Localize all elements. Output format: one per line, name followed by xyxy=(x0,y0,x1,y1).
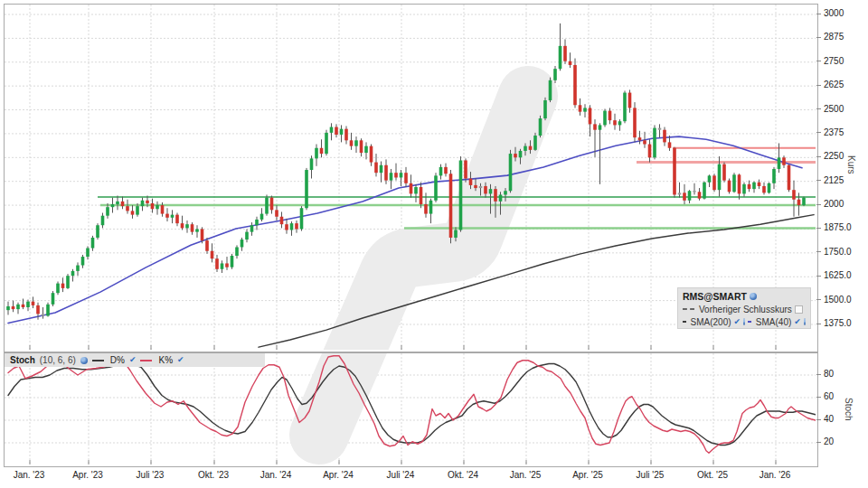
time-axis-label: Okt. '25 xyxy=(697,470,728,480)
price-tick xyxy=(816,108,821,109)
price-tick xyxy=(816,228,821,229)
legend: RMS@SMART Vorheriger Schlusskurs SMA(200… xyxy=(677,287,811,329)
price-axis-label: 1750.0 xyxy=(824,247,852,257)
stoch-axis-title: Stoch xyxy=(844,398,854,421)
time-axis-label: Okt. '24 xyxy=(448,470,478,480)
time-axis-label: Juli '23 xyxy=(137,470,165,480)
prev-close-checkbox[interactable] xyxy=(795,305,803,314)
gear-icon[interactable] xyxy=(804,318,806,325)
instrument-title: RMS@SMART xyxy=(683,291,747,303)
prev-close-label: Vorheriger Schlusskurs xyxy=(699,304,792,315)
price-axis-label: 2875 xyxy=(824,32,844,42)
price-axis-label: 1625.0 xyxy=(824,270,852,280)
time-axis-label: Apr. '23 xyxy=(72,470,103,480)
sma200-line-swatch xyxy=(683,321,686,323)
sma40-line-swatch xyxy=(748,321,751,323)
sma40-label: SMA(40) xyxy=(756,316,791,328)
stoch-header: Stoch (10, 6, 6) D% ✔ K% ✔ xyxy=(5,353,265,367)
stock-chart-app: 3000287527502625250023752250212520001875… xyxy=(0,0,868,488)
time-axis-label: Apr. '24 xyxy=(323,470,354,480)
stoch-chart-canvas[interactable] xyxy=(5,353,816,465)
time-axis-label: Jan. '24 xyxy=(260,470,292,480)
price-axis-label: 2000 xyxy=(824,199,844,209)
price-axis-label: 2500 xyxy=(824,104,844,114)
time-axis-label: Okt. '23 xyxy=(198,470,229,480)
stoch-d-line-swatch xyxy=(92,360,104,361)
stoch-chart-panel xyxy=(4,352,818,467)
time-axis-label: Jan. '25 xyxy=(510,470,542,480)
sma40-checkbox[interactable]: ✔ xyxy=(794,318,801,326)
price-tick xyxy=(816,276,821,277)
price-tick xyxy=(816,251,821,252)
price-axis-label: 1375.0 xyxy=(824,318,852,328)
sma200-checkbox[interactable]: ✔ xyxy=(734,318,741,326)
stoch-d-label: D% xyxy=(110,355,125,365)
price-axis-label: 3000 xyxy=(824,8,844,18)
stoch-tick xyxy=(816,419,821,420)
price-axis-label: 2125 xyxy=(824,175,844,185)
stoch-axis-label: 80 xyxy=(824,369,834,379)
price-tick xyxy=(816,14,821,14)
price-axis-label: 1875.0 xyxy=(824,222,852,232)
time-axis-label: Juli '25 xyxy=(637,470,665,480)
stoch-axis-label: 60 xyxy=(824,391,834,401)
price-tick xyxy=(816,85,821,86)
price-tick xyxy=(816,132,821,133)
stoch-params: (10, 6, 6) xyxy=(40,355,76,365)
price-tick xyxy=(816,180,821,181)
price-axis-label: 2375 xyxy=(824,127,844,137)
gear-icon[interactable] xyxy=(743,318,745,325)
time-axis-label: Apr. '25 xyxy=(572,470,603,480)
price-tick xyxy=(816,324,821,324)
stoch-k-label: K% xyxy=(158,355,173,365)
price-axis-label: 2250 xyxy=(824,151,844,161)
time-axis-label: Jan. '23 xyxy=(14,470,45,480)
stoch-axis-label: 40 xyxy=(824,414,834,424)
stoch-tick xyxy=(816,374,821,375)
price-tick xyxy=(816,61,821,61)
price-tick xyxy=(816,37,821,38)
stoch-k-checkbox[interactable]: ✔ xyxy=(177,356,184,364)
price-axis-label: 2625 xyxy=(824,80,844,89)
price-tick xyxy=(816,156,821,157)
price-tick xyxy=(816,204,821,205)
stoch-k-line-swatch xyxy=(140,360,152,361)
stoch-tick xyxy=(816,442,821,443)
stoch-axis-label: 20 xyxy=(824,436,834,446)
stoch-tick xyxy=(816,397,821,398)
price-axis-label: 1500.0 xyxy=(824,295,852,305)
gear-icon[interactable] xyxy=(750,293,757,300)
sma200-label: SMA(200) xyxy=(691,316,731,328)
gear-icon[interactable] xyxy=(80,357,88,364)
stoch-d-checkbox[interactable]: ✔ xyxy=(129,356,137,364)
time-axis-label: Jan. '26 xyxy=(760,470,791,480)
price-axis-title: Kurs xyxy=(846,155,856,174)
price-tick xyxy=(816,299,821,300)
price-axis-label: 2750 xyxy=(824,56,844,66)
stoch-title: Stoch xyxy=(10,355,35,365)
prev-close-line-swatch xyxy=(683,308,694,310)
time-axis-label: Juli '24 xyxy=(387,470,415,480)
